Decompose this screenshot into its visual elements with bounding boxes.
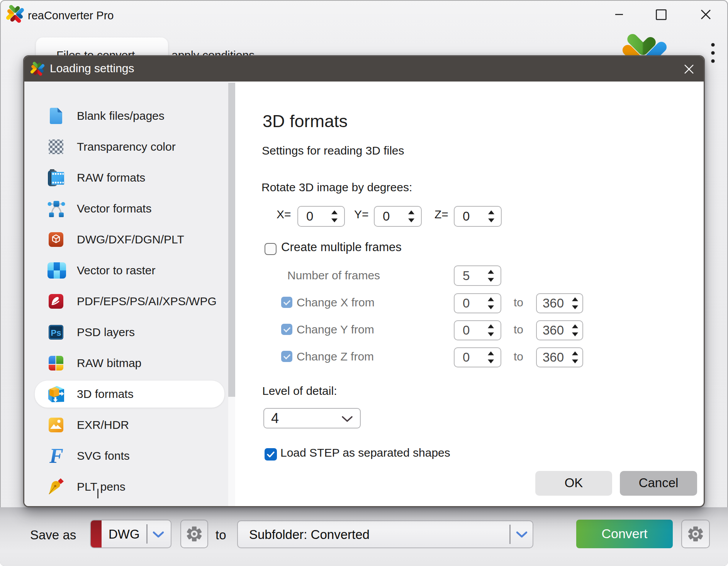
svg-text:Ps: Ps: [51, 328, 61, 338]
svg-text:F: F: [49, 447, 63, 465]
